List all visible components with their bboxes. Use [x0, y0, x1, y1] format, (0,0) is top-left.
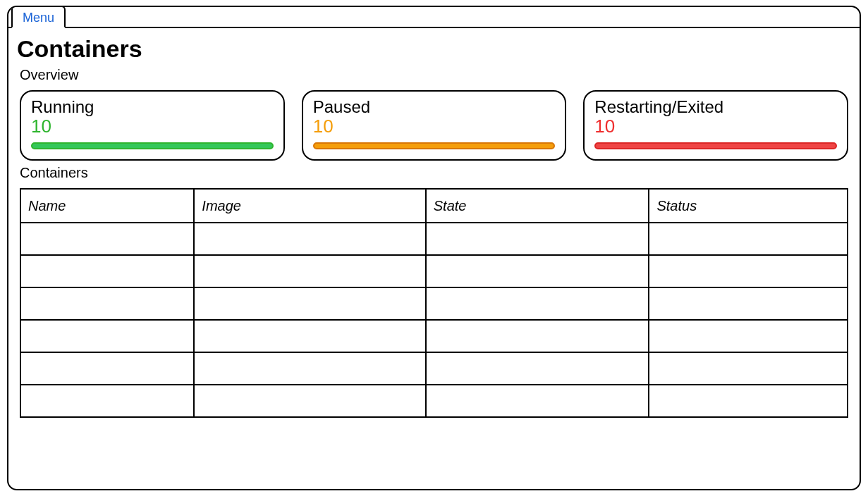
overview-cards: Running 10 Paused 10 Restarting/Exited 1…	[20, 90, 848, 161]
cell-status	[649, 287, 848, 320]
col-status[interactable]: Status	[649, 189, 848, 223]
cell-status	[649, 255, 848, 287]
col-state[interactable]: State	[426, 189, 649, 223]
card-running-title: Running	[31, 97, 274, 117]
card-running-bar	[31, 142, 274, 149]
cell-state	[426, 385, 649, 417]
overview-label: Overview	[20, 67, 851, 83]
table-row[interactable]	[20, 223, 848, 255]
cell-image	[194, 223, 425, 255]
app-window: Menu Containers Overview Running 10 Paus…	[7, 6, 861, 490]
table-row[interactable]	[20, 320, 848, 352]
page-content: Containers Overview Running 10 Paused 10…	[8, 28, 860, 426]
containers-label: Containers	[20, 165, 851, 181]
tab-menu[interactable]: Menu	[11, 6, 66, 28]
card-restarting-bar	[594, 142, 837, 149]
card-restarting: Restarting/Exited 10	[583, 90, 848, 161]
cell-status	[649, 320, 848, 352]
cell-image	[194, 352, 425, 385]
card-running-count: 10	[31, 117, 274, 135]
cell-name	[20, 255, 194, 287]
cell-image	[194, 255, 425, 287]
col-image[interactable]: Image	[194, 189, 425, 223]
cell-name	[20, 320, 194, 352]
table-header-row: Name Image State Status	[20, 189, 848, 223]
cell-image	[194, 385, 425, 417]
cell-status	[649, 385, 848, 417]
tab-bar: Menu	[8, 7, 860, 28]
cell-status	[649, 223, 848, 255]
cell-image	[194, 320, 425, 352]
card-restarting-count: 10	[594, 117, 837, 135]
cell-image	[194, 287, 425, 320]
col-name[interactable]: Name	[20, 189, 194, 223]
table-row[interactable]	[20, 385, 848, 417]
containers-table: Name Image State Status	[20, 188, 848, 418]
card-paused-count: 10	[313, 117, 556, 135]
cell-state	[426, 320, 649, 352]
cell-status	[649, 352, 848, 385]
cell-name	[20, 287, 194, 320]
cell-name	[20, 352, 194, 385]
card-paused-bar	[313, 142, 556, 149]
containers-table-wrap: Name Image State Status	[20, 188, 848, 418]
cell-name	[20, 223, 194, 255]
cell-state	[426, 287, 649, 320]
card-paused-title: Paused	[313, 97, 556, 117]
table-row[interactable]	[20, 352, 848, 385]
card-restarting-title: Restarting/Exited	[594, 97, 837, 117]
cell-state	[426, 223, 649, 255]
card-running: Running 10	[20, 90, 285, 161]
cell-state	[426, 255, 649, 287]
card-paused: Paused 10	[302, 90, 567, 161]
tab-menu-label: Menu	[23, 11, 54, 25]
cell-state	[426, 352, 649, 385]
page-title: Containers	[17, 35, 851, 63]
table-row[interactable]	[20, 255, 848, 287]
cell-name	[20, 385, 194, 417]
table-row[interactable]	[20, 287, 848, 320]
